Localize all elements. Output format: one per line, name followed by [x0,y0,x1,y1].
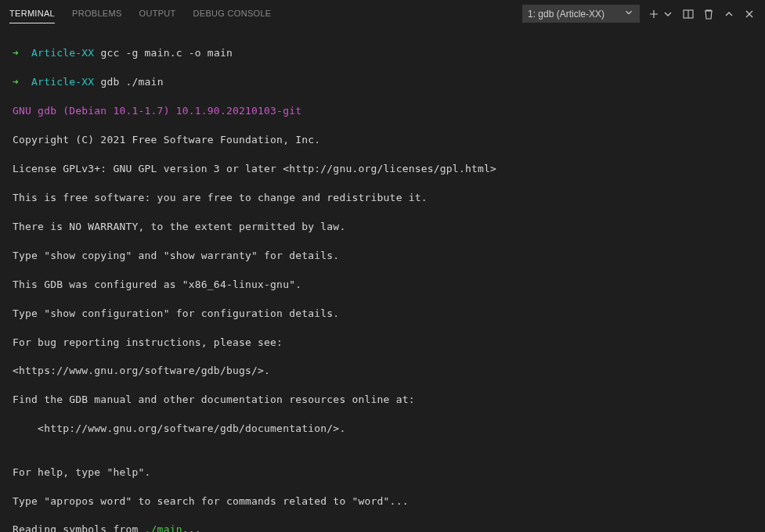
terminal-selector-dropdown[interactable]: 1: gdb (Article-XX) [522,5,640,23]
maximize-panel-icon[interactable] [723,8,735,20]
panel-tabs: TERMINAL PROBLEMS OUTPUT DEBUG CONSOLE [9,4,271,23]
kill-terminal-icon[interactable] [702,8,715,20]
terminal-selector-label: 1: gdb (Article-XX) [528,9,604,20]
terminal-output[interactable]: ➜ Article-XX gcc -g main.c -o main ➜ Art… [0,27,765,532]
tab-problems[interactable]: PROBLEMS [72,4,122,23]
tab-debug-console[interactable]: DEBUG CONSOLE [193,4,272,23]
panel-actions [648,8,756,20]
split-terminal-icon[interactable] [682,8,695,20]
close-panel-icon[interactable] [743,8,756,20]
new-terminal-icon[interactable] [648,8,660,20]
chevron-down-icon [623,7,634,20]
tab-output[interactable]: OUTPUT [139,4,176,23]
chevron-down-small-icon[interactable] [662,8,674,20]
tab-terminal[interactable]: TERMINAL [9,4,55,23]
panel-header: TERMINAL PROBLEMS OUTPUT DEBUG CONSOLE 1… [0,0,765,27]
